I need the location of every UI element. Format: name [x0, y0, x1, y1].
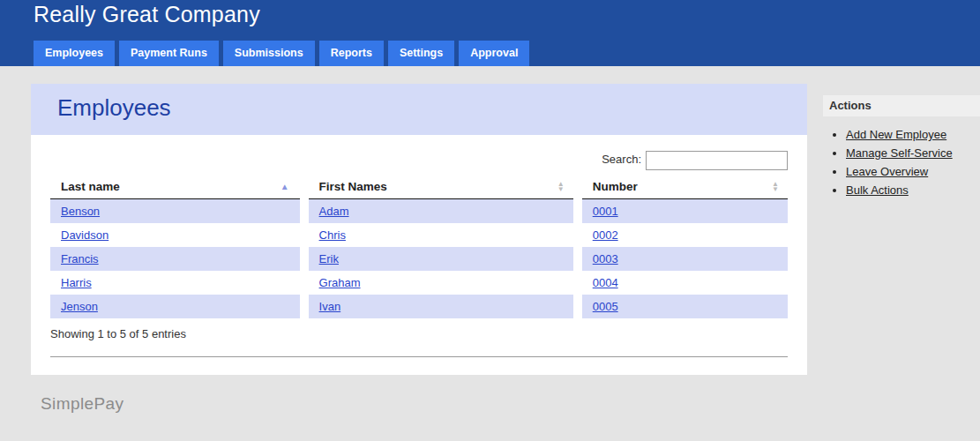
employee-last-name-link[interactable]: Jenson [61, 300, 98, 313]
cell-first-names: Ivan [304, 295, 578, 318]
employee-number-link[interactable]: 0004 [593, 276, 618, 289]
table-info: Showing 1 to 5 of 5 entries [50, 327, 788, 340]
employee-number-link[interactable]: 0001 [593, 205, 618, 218]
cell-number: 0002 [578, 223, 788, 247]
list-item: Manage Self-Service [846, 146, 980, 160]
employee-number-link[interactable]: 0005 [593, 300, 618, 313]
cell-last-name: Jenson [50, 295, 304, 318]
sort-down-icon: ▼ [557, 187, 565, 192]
main-nav: Employees Payment Runs Submissions Repor… [34, 41, 529, 66]
search-input[interactable] [646, 151, 788, 170]
cell-number: 0005 [578, 295, 788, 318]
cell-number: 0001 [578, 199, 788, 224]
cell-last-name: Francis [50, 247, 304, 271]
cell-first-names: Adam [304, 199, 578, 224]
panel-content: Search: Last name ▲ First Names ▲▼ [31, 151, 807, 357]
employee-first-name-link[interactable]: Graham [319, 276, 361, 289]
table-row: Harris Graham 0004 [50, 271, 788, 295]
employee-first-name-link[interactable]: Erik [319, 252, 339, 265]
table-row: Francis Erik 0003 [50, 247, 788, 271]
employee-last-name-link[interactable]: Harris [61, 276, 92, 289]
action-add-new-employee[interactable]: Add New Employee [846, 128, 946, 141]
list-item: Add New Employee [846, 128, 980, 141]
table-row: Benson Adam 0001 [50, 199, 788, 224]
search-label: Search: [602, 153, 641, 166]
list-item: Leave Overview [846, 165, 980, 178]
actions-panel: Actions Add New Employee Manage Self-Ser… [823, 95, 980, 202]
tab-submissions[interactable]: Submissions [223, 41, 315, 66]
cell-last-name: Davidson [50, 223, 304, 247]
sort-asc-icon: ▲ [281, 183, 289, 191]
cell-first-names: Chris [304, 223, 578, 247]
employee-number-link[interactable]: 0002 [593, 228, 618, 242]
bottom-divider [50, 356, 788, 357]
cell-last-name: Harris [50, 271, 304, 295]
sort-down-icon: ▼ [772, 187, 779, 192]
employee-last-name-link[interactable]: Davidson [61, 228, 108, 242]
action-bulk-actions[interactable]: Bulk Actions [846, 183, 909, 197]
app-header: Really Great Company Employees Payment R… [0, 0, 980, 66]
list-item: Bulk Actions [846, 183, 980, 197]
column-label: First Names [319, 180, 387, 193]
simplepay-logo: SimplePay [41, 394, 123, 414]
search-row: Search: [50, 151, 788, 172]
employee-first-name-link[interactable]: Chris [319, 228, 346, 242]
cell-number: 0003 [578, 247, 788, 271]
column-header-first-names[interactable]: First Names ▲▼ [304, 175, 578, 199]
page-banner: Employees [31, 84, 807, 135]
tab-approval[interactable]: Approval [459, 41, 529, 66]
employee-first-name-link[interactable]: Ivan [319, 300, 341, 313]
cell-first-names: Graham [304, 271, 578, 295]
actions-title: Actions [823, 95, 980, 116]
column-label: Last name [61, 180, 120, 193]
tab-reports[interactable]: Reports [319, 41, 384, 66]
actions-list: Add New Employee Manage Self-Service Lea… [823, 128, 980, 197]
employee-first-name-link[interactable]: Adam [319, 205, 349, 218]
employee-last-name-link[interactable]: Francis [61, 252, 99, 265]
cell-number: 0004 [578, 271, 788, 295]
employee-last-name-link[interactable]: Benson [61, 205, 100, 218]
sort-both-icon: ▲▼ [557, 182, 565, 192]
table-row: Davidson Chris 0002 [50, 223, 788, 247]
tab-employees[interactable]: Employees [34, 41, 115, 66]
action-leave-overview[interactable]: Leave Overview [846, 165, 928, 178]
sort-both-icon: ▲▼ [772, 182, 779, 192]
cell-first-names: Erik [304, 247, 578, 271]
employee-number-link[interactable]: 0003 [593, 252, 618, 265]
employees-table: Last name ▲ First Names ▲▼ Number ▲▼ Ben… [50, 175, 788, 318]
column-header-last-name[interactable]: Last name ▲ [50, 175, 304, 199]
action-manage-self-service[interactable]: Manage Self-Service [846, 146, 953, 160]
company-title: Really Great Company [34, 2, 260, 27]
main-panel: Employees Search: Last name ▲ First Name… [31, 84, 807, 375]
table-row: Jenson Ivan 0005 [50, 295, 788, 318]
column-header-number[interactable]: Number ▲▼ [578, 175, 788, 199]
page-title: Employees [31, 84, 807, 122]
cell-last-name: Benson [50, 199, 304, 224]
column-label: Number [593, 180, 638, 193]
tab-settings[interactable]: Settings [388, 41, 454, 66]
table-header-row: Last name ▲ First Names ▲▼ Number ▲▼ [50, 175, 788, 199]
tab-payment-runs[interactable]: Payment Runs [119, 41, 219, 66]
